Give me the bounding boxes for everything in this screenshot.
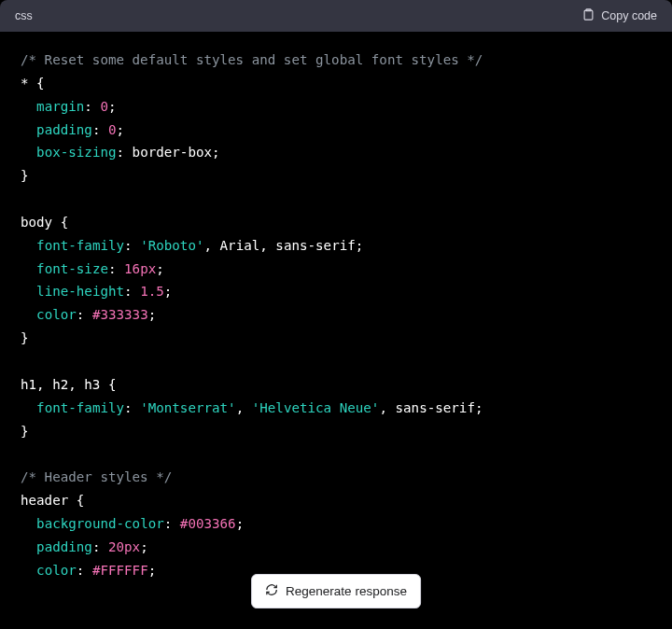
code-value: 0 xyxy=(108,122,117,137)
code-value: 'Helvetica Neue' xyxy=(252,400,380,415)
code-selector: h1, h2, h3 { xyxy=(21,377,117,392)
code-header: css Copy code xyxy=(0,0,672,32)
code-value: #333333 xyxy=(92,307,148,322)
code-selector: header { xyxy=(21,493,84,508)
code-property: line-height xyxy=(36,284,124,299)
copy-code-button[interactable]: Copy code xyxy=(581,7,657,24)
code-selector: body { xyxy=(21,215,68,230)
code-selector: * { xyxy=(21,76,45,91)
code-value: , sans-serif xyxy=(379,400,475,415)
code-value: 1.5 xyxy=(140,284,164,299)
code-content[interactable]: /* Reset some default styles and set glo… xyxy=(0,32,672,629)
language-label: css xyxy=(15,9,33,22)
code-value: border-box xyxy=(133,145,212,160)
code-comment: /* Reset some default styles and set glo… xyxy=(21,52,483,67)
code-brace: } xyxy=(21,168,29,183)
regenerate-label: Regenerate response xyxy=(286,584,407,598)
code-value: 0 xyxy=(100,99,108,114)
code-brace: } xyxy=(21,330,29,345)
code-property: margin xyxy=(36,99,84,114)
code-value: #003366 xyxy=(180,516,236,531)
code-property: box-sizing xyxy=(36,145,116,160)
code-comment: /* Header styles */ xyxy=(21,469,172,484)
code-value: 'Montserrat' xyxy=(140,400,236,415)
code-value: , Arial, sans-serif xyxy=(204,238,356,253)
code-property: padding xyxy=(36,122,92,137)
code-property: color xyxy=(36,307,77,322)
svg-rect-1 xyxy=(584,10,593,20)
code-block-container: css Copy code /* Reset some default styl… xyxy=(0,0,672,629)
code-value: #FFFFFF xyxy=(92,563,148,578)
code-property: font-size xyxy=(36,261,108,276)
code-property: padding xyxy=(36,539,92,554)
code-value: 'Roboto' xyxy=(140,238,203,253)
clipboard-icon xyxy=(581,7,595,24)
code-brace: } xyxy=(21,424,29,439)
refresh-icon xyxy=(265,583,278,599)
regenerate-response-button[interactable]: Regenerate response xyxy=(251,574,421,608)
copy-code-label: Copy code xyxy=(601,9,657,22)
code-value: 16px xyxy=(124,261,156,276)
code-property: font-family xyxy=(36,400,124,415)
code-property: color xyxy=(36,563,77,578)
code-value: 20px xyxy=(108,539,140,554)
code-property: font-family xyxy=(36,238,124,253)
code-property: background-color xyxy=(36,516,164,531)
